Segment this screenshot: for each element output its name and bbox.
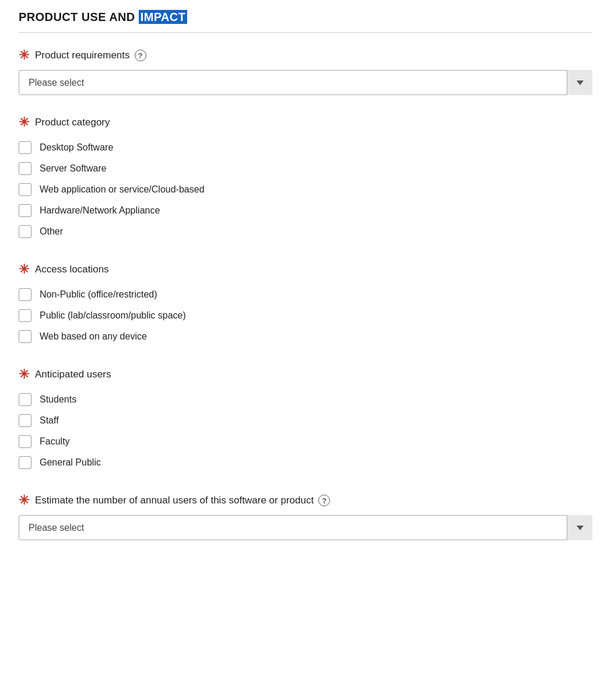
required-star-4: ✳ [19,368,29,381]
public-checkbox[interactable] [19,309,31,322]
students-checkbox[interactable] [19,393,31,406]
general-public-checkbox[interactable] [19,456,31,469]
anticipated-users-group: ✳ Anticipated users Students Staff Facul… [19,368,592,473]
server-software-label: Server Software [40,163,107,174]
product-requirements-select[interactable]: Please select [19,70,592,95]
page-title: PRODUCT USE AND IMPACT [19,10,187,24]
list-item[interactable]: Faculty [19,431,592,452]
title-part2: IMPACT [139,10,188,24]
staff-label: Staff [40,415,59,426]
list-item[interactable]: Hardware/Network Appliance [19,200,592,221]
product-category-label: ✳ Product category [19,116,592,129]
annual-users-select-wrapper: Please select [19,515,592,540]
desktop-software-checkbox[interactable] [19,141,31,154]
required-star-1: ✳ [19,49,29,62]
hardware-checkbox[interactable] [19,204,31,217]
title-part1: PRODUCT USE AND [19,10,139,23]
list-item[interactable]: Desktop Software [19,137,592,158]
product-category-list: Desktop Software Server Software Web app… [19,137,592,242]
list-item[interactable]: Students [19,389,592,410]
annual-users-label-text: Estimate the number of annual users of t… [35,495,314,506]
list-item[interactable]: Staff [19,410,592,431]
faculty-checkbox[interactable] [19,435,31,448]
non-public-checkbox[interactable] [19,288,31,301]
product-requirements-select-wrapper: Please select [19,70,592,95]
annual-users-group: ✳ Estimate the number of annual users of… [19,494,592,540]
access-locations-group: ✳ Access locations Non-Public (office/re… [19,263,592,347]
required-star-3: ✳ [19,263,29,276]
list-item[interactable]: Server Software [19,158,592,179]
access-locations-label-text: Access locations [35,264,109,275]
other-label: Other [40,226,63,237]
product-requirements-group: ✳ Product requirements ? Please select [19,49,592,95]
web-any-label: Web based on any device [40,331,147,342]
product-requirements-help-icon[interactable]: ? [135,50,146,61]
access-locations-list: Non-Public (office/restricted) Public (l… [19,284,592,347]
server-software-checkbox[interactable] [19,162,31,175]
annual-users-label: ✳ Estimate the number of annual users of… [19,494,592,507]
desktop-software-label: Desktop Software [40,142,113,153]
annual-users-help-icon[interactable]: ? [318,495,330,506]
product-requirements-label-text: Product requirements [35,50,130,61]
list-item[interactable]: Web based on any device [19,326,592,347]
list-item[interactable]: Web application or service/Cloud-based [19,179,592,200]
faculty-label: Faculty [40,436,70,447]
list-item[interactable]: Non-Public (office/restricted) [19,284,592,305]
web-any-checkbox[interactable] [19,330,31,343]
hardware-label: Hardware/Network Appliance [40,205,160,216]
required-star-2: ✳ [19,116,29,129]
list-item[interactable]: General Public [19,452,592,473]
other-checkbox[interactable] [19,225,31,238]
section-header: PRODUCT USE AND IMPACT [19,0,592,33]
anticipated-users-label-text: Anticipated users [35,369,111,380]
access-locations-label: ✳ Access locations [19,263,592,276]
general-public-label: General Public [40,457,101,468]
list-item[interactable]: Other [19,221,592,242]
anticipated-users-list: Students Staff Faculty General Public [19,389,592,473]
product-category-label-text: Product category [35,117,110,128]
product-requirements-label: ✳ Product requirements ? [19,49,592,62]
annual-users-select[interactable]: Please select [19,515,592,540]
students-label: Students [40,394,76,405]
web-app-label: Web application or service/Cloud-based [40,184,205,195]
product-category-group: ✳ Product category Desktop Software Serv… [19,116,592,242]
non-public-label: Non-Public (office/restricted) [40,289,157,300]
web-app-checkbox[interactable] [19,183,31,196]
staff-checkbox[interactable] [19,414,31,427]
public-label: Public (lab/classroom/public space) [40,310,186,321]
anticipated-users-label: ✳ Anticipated users [19,368,592,381]
required-star-5: ✳ [19,494,29,507]
list-item[interactable]: Public (lab/classroom/public space) [19,305,592,326]
